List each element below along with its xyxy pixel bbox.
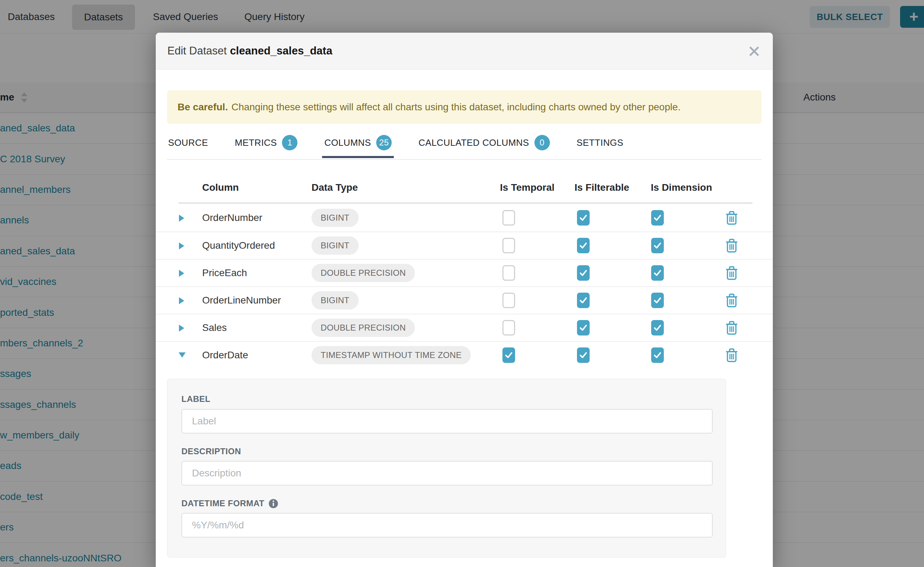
columns-table-rows: OrderNumberBIGINTQuantityOrderedBIGINTPr… [156,204,773,369]
tabs-underline [167,159,761,160]
delete-column-icon[interactable] [725,292,738,308]
edit-dataset-modal: Edit Datasetcleaned_sales_data Be carefu… [156,33,773,567]
column-header-is-dimension: Is Dimension [651,182,712,193]
modal-title-prefix: Edit Dataset [167,45,227,57]
tab-source[interactable]: SOURCE [168,128,208,158]
column-row-OrderLineNumber: OrderLineNumberBIGINT [156,286,773,314]
info-icon[interactable] [269,499,278,508]
tab-badge: 1 [282,135,298,150]
datetime-format-input[interactable] [181,513,713,537]
is-temporal-checkbox-unchecked[interactable] [503,320,515,336]
is-filterable-checkbox-checked[interactable] [577,347,590,363]
tab-calculated-columns[interactable]: CALCULATED COLUMNS0 [418,128,549,158]
is-filterable-checkbox-checked[interactable] [577,265,590,281]
is-temporal-checkbox-unchecked[interactable] [503,292,515,308]
tab-label: SOURCE [168,137,208,148]
datetime-format-field-label: DATETIME FORMAT [181,498,278,508]
delete-column-icon[interactable] [725,320,738,336]
data-type-pill: DOUBLE PRECISION [312,264,415,282]
is-filterable-checkbox-checked[interactable] [577,320,590,336]
warning-text: Changing these settings will affect all … [231,102,680,113]
column-row-QuantityOrdered: QuantityOrderedBIGINT [156,231,773,259]
is-dimension-checkbox-checked[interactable] [651,238,664,253]
is-temporal-checkbox-unchecked[interactable] [503,238,515,253]
data-type-pill: DOUBLE PRECISION [312,319,415,337]
is-temporal-checkbox-unchecked[interactable] [503,210,515,225]
tab-badge: 0 [534,135,550,150]
column-header-column: Column [202,182,239,193]
column-name: OrderNumber [202,212,262,224]
label-input[interactable] [181,409,713,434]
tab-label: CALCULATED COLUMNS [418,137,529,148]
tab-settings[interactable]: SETTINGS [576,128,623,158]
warning-banner: Be careful. Changing these settings will… [167,90,761,124]
is-dimension-checkbox-checked[interactable] [651,292,664,308]
column-row-PriceEach: PriceEachDOUBLE PRECISION [156,259,773,286]
description-field-label: DESCRIPTION [181,447,241,456]
column-name: Sales [202,322,227,333]
column-header-data-type: Data Type [312,182,358,193]
tab-label: SETTINGS [576,137,623,148]
delete-column-icon[interactable] [725,265,738,281]
warning-bold-text: Be careful. [178,102,228,113]
tab-columns[interactable]: COLUMNS25 [324,128,392,158]
column-name: QuantityOrdered [202,240,275,251]
is-filterable-checkbox-checked[interactable] [577,238,590,253]
tab-metrics[interactable]: METRICS1 [235,128,298,158]
delete-column-icon[interactable] [725,347,738,363]
data-type-pill: TIMESTAMP WITHOUT TIME ZONE [312,346,471,364]
collapse-caret-icon[interactable] [178,351,186,359]
column-name: OrderLineNumber [202,295,281,306]
modal-tabs: SOURCE METRICS1 COLUMNS25 CALCULATED COL… [168,128,623,158]
tab-label: METRICS [235,137,277,148]
is-dimension-checkbox-checked[interactable] [651,265,664,281]
expand-caret-icon[interactable] [178,214,186,222]
superset-datasets-screen: Databases Datasets Saved Queries Query H… [0,0,924,567]
column-header-is-filterable: Is Filterable [575,182,629,193]
is-filterable-checkbox-checked[interactable] [577,210,590,225]
modal-title-dataset-name: cleaned_sales_data [230,45,332,57]
is-filterable-checkbox-checked[interactable] [577,292,590,308]
data-type-pill: BIGINT [312,236,359,255]
expand-caret-icon[interactable] [178,324,186,332]
delete-column-icon[interactable] [725,238,738,253]
column-detail-panel: LABEL DESCRIPTION DATETIME FORMAT [167,379,726,558]
is-dimension-checkbox-checked[interactable] [651,347,664,363]
is-dimension-checkbox-checked[interactable] [651,210,664,225]
column-name: PriceEach [202,267,247,279]
data-type-pill: BIGINT [312,208,359,227]
expand-caret-icon[interactable] [178,269,186,277]
column-header-is-temporal: Is Temporal [500,182,554,193]
label-field-label: LABEL [181,394,211,404]
modal-title: Edit Datasetcleaned_sales_data [167,45,332,57]
is-dimension-checkbox-checked[interactable] [651,320,664,336]
data-type-pill: BIGINT [312,291,359,309]
modal-header: Edit Datasetcleaned_sales_data [156,33,773,69]
column-row-Sales: SalesDOUBLE PRECISION [156,314,773,341]
tab-label: COLUMNS [324,137,371,148]
expand-caret-icon[interactable] [178,296,186,304]
is-temporal-checkbox-checked[interactable] [503,347,515,363]
expand-caret-icon[interactable] [178,242,186,250]
column-row-OrderDate: OrderDateTIMESTAMP WITHOUT TIME ZONE [156,341,773,369]
column-name: OrderDate [202,350,248,361]
is-temporal-checkbox-unchecked[interactable] [503,265,515,281]
column-row-OrderNumber: OrderNumberBIGINT [156,204,773,231]
table-header-divider [179,202,752,204]
tab-badge: 25 [376,135,392,150]
close-icon[interactable] [746,43,762,59]
description-input[interactable] [181,461,713,486]
delete-column-icon[interactable] [725,210,738,225]
